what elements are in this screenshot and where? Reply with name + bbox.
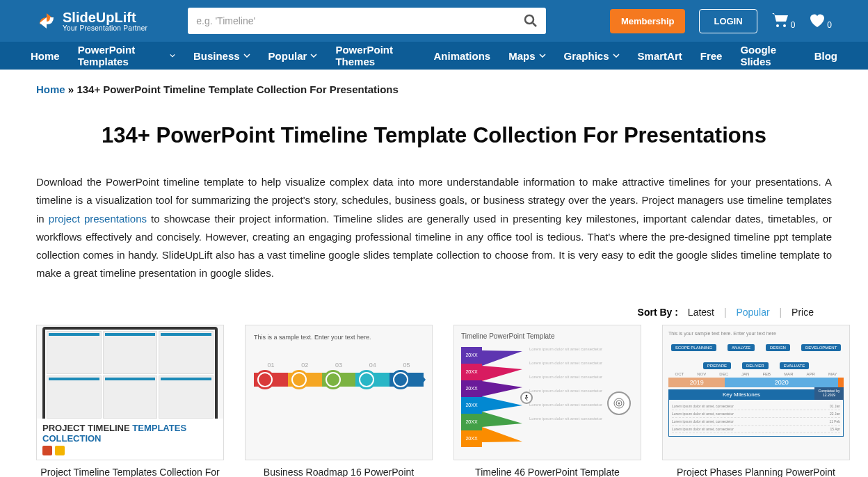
template-title[interactable]: Project Timeline Templates Collection Fo… <box>36 460 224 478</box>
logo-subtitle: Your Presentation Partner <box>63 24 147 32</box>
sort-sep: | <box>780 307 782 318</box>
nav-item-google-slides[interactable]: Google Slides <box>740 44 796 67</box>
nav-item-powerpoint-themes[interactable]: PowerPoint Themes <box>335 44 415 67</box>
template-grid: PROJECT TIMELINE TEMPLATES COLLECTION Pr… <box>36 325 832 478</box>
sort-sep: | <box>724 307 727 318</box>
sort-row: Sort By : Latest | Popular | Price <box>36 307 832 318</box>
content: Home » 134+ PowerPoint Timeline Template… <box>0 70 868 477</box>
svg-point-4 <box>526 394 528 396</box>
header-right: Membership LOGIN 0 0 <box>610 9 832 33</box>
breadcrumb: Home » 134+ PowerPoint Timeline Template… <box>36 83 832 95</box>
chevron-down-icon <box>539 54 546 58</box>
wishlist-count: 0 <box>827 20 832 30</box>
target-icon <box>607 391 631 415</box>
svg-line-1 <box>533 23 536 26</box>
chevron-down-icon <box>170 54 175 58</box>
page-title: 134+ PowerPoint Timeline Template Collec… <box>36 123 832 148</box>
template-title[interactable]: Project Phases Planning PowerPoint Templ… <box>662 460 850 478</box>
logo-title: SlideUpLift <box>63 10 147 24</box>
sort-price[interactable]: Price <box>791 307 814 318</box>
nav-item-business[interactable]: Business <box>193 50 250 62</box>
powerpoint-icon <box>42 446 52 455</box>
logo-text: SlideUpLift Your Presentation Partner <box>63 10 147 32</box>
cart-icon <box>771 13 789 28</box>
google-slides-icon <box>55 446 65 455</box>
template-card: PROJECT TIMELINE TEMPLATES COLLECTION Pr… <box>36 325 224 478</box>
cart-count: 0 <box>791 20 796 30</box>
nav-item-popular[interactable]: Popular <box>268 50 318 62</box>
desc-part2: to showcase their project information. T… <box>36 213 832 280</box>
svg-point-3 <box>783 24 786 27</box>
nav-item-powerpoint-templates[interactable]: PowerPoint Templates <box>78 44 175 67</box>
nav-item-blog[interactable]: Blog <box>814 50 837 62</box>
main-nav: HomePowerPoint TemplatesBusinessPopularP… <box>0 42 868 70</box>
search-input[interactable] <box>196 15 524 26</box>
project-presentations-link[interactable]: project presentations <box>49 213 147 225</box>
svg-point-0 <box>525 15 533 24</box>
template-card: This is your sample text here. Enter you… <box>662 325 850 478</box>
template-card: This is a sample text. Enter your text h… <box>245 325 433 478</box>
chevron-down-icon <box>310 54 317 58</box>
nav-item-maps[interactable]: Maps <box>508 50 545 62</box>
sort-latest[interactable]: Latest <box>688 307 714 318</box>
search-bar[interactable] <box>188 8 546 34</box>
template-title[interactable]: Business Roadmap 16 PowerPoint Template <box>245 460 433 478</box>
logo-icon <box>36 10 57 31</box>
chevron-down-icon <box>243 54 250 58</box>
template-thumbnail[interactable]: This is your sample text here. Enter you… <box>662 325 850 460</box>
template-thumbnail[interactable]: PROJECT TIMELINE TEMPLATES COLLECTION <box>36 325 224 460</box>
nav-item-home[interactable]: Home <box>31 50 60 62</box>
cart-button[interactable]: 0 <box>771 13 796 30</box>
breadcrumb-home[interactable]: Home <box>36 83 65 95</box>
svg-point-2 <box>776 24 779 27</box>
nav-item-free[interactable]: Free <box>700 50 723 62</box>
breadcrumb-separator: » <box>68 83 74 95</box>
sort-popular[interactable]: Popular <box>736 307 769 318</box>
breadcrumb-current: 134+ PowerPoint Timeline Template Collec… <box>77 83 398 95</box>
login-button[interactable]: LOGIN <box>699 9 757 33</box>
page-description: Download the PowerPoint timeline templat… <box>36 173 832 283</box>
search-icon[interactable] <box>524 14 538 28</box>
nav-item-smartart[interactable]: SmartArt <box>638 50 682 62</box>
header-top: SlideUpLift Your Presentation Partner Me… <box>0 0 868 42</box>
sort-label: Sort By : <box>638 307 678 318</box>
template-card: Timeline PowerPoint Template 20XX20XX20X… <box>453 325 641 478</box>
svg-point-7 <box>618 402 620 404</box>
nav-item-graphics[interactable]: Graphics <box>564 50 620 62</box>
membership-button[interactable]: Membership <box>610 9 686 33</box>
template-thumbnail[interactable]: This is a sample text. Enter your text h… <box>245 325 433 460</box>
runner-icon <box>520 391 533 404</box>
logo[interactable]: SlideUpLift Your Presentation Partner <box>36 10 147 32</box>
heart-icon <box>809 13 826 28</box>
nav-item-animations[interactable]: Animations <box>433 50 490 62</box>
wishlist-button[interactable]: 0 <box>809 13 832 30</box>
template-thumbnail[interactable]: Timeline PowerPoint Template 20XX20XX20X… <box>453 325 641 460</box>
chevron-down-icon <box>613 54 620 58</box>
template-title[interactable]: Timeline 46 PowerPoint Template <box>453 460 641 478</box>
